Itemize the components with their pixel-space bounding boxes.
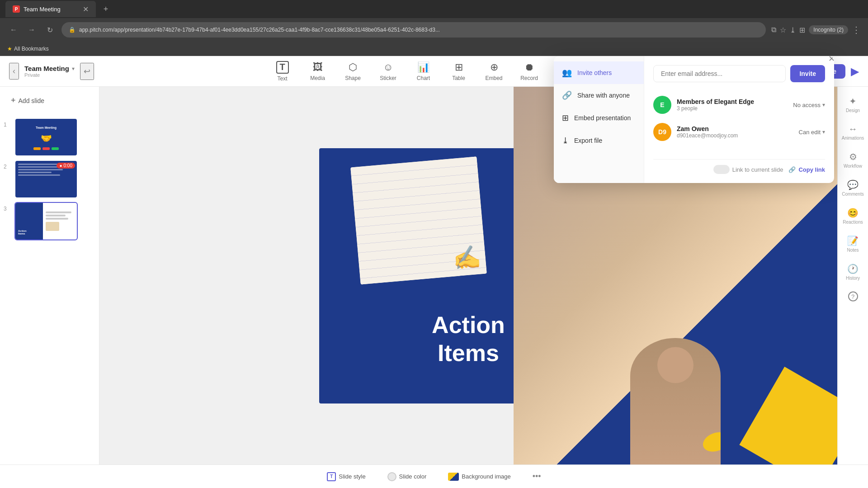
toolbar-shape[interactable]: ⬡ Shape [342,61,364,81]
member-access-elegant-edge[interactable]: No access ▾ [793,102,825,108]
hand-writing-visual: ✍️ [452,243,482,272]
address-bar[interactable]: 🔒 app.pitch.com/app/presentation/4b74b27… [61,22,766,38]
bookmarks-bar: ★ All Bookmarks [0,42,868,56]
background-image-label: Background image [462,473,510,480]
close-share-panel-button[interactable]: ✕ [825,56,834,65]
slides-sidebar: + Add slide 1 Team Meeting 🤝 [0,87,99,465]
embed-toolbar-icon: ⊕ [490,61,498,73]
slide-list: 1 Team Meeting 🤝 [0,114,99,465]
link-to-slide-toggle[interactable] [713,165,730,174]
toolbar-sticker[interactable]: ☺ Sticker [377,61,400,81]
back-button[interactable]: ‹ [9,63,19,80]
toolbar-media[interactable]: 🖼 Media [307,61,329,81]
bottom-bar: T Slide style Slide color Background ima… [0,465,868,488]
member-access-zam-owen[interactable]: Can edit ▾ [799,129,825,136]
active-tab[interactable]: P Team Meeting ✕ [5,1,96,17]
slide-style-button[interactable]: T Slide style [321,469,371,484]
sticker-toolbar-icon: ☺ [383,61,393,73]
add-slide-button[interactable]: + Add slide [5,92,94,109]
design-panel-button[interactable]: ✦ Design [838,90,868,118]
tab-close-btn[interactable]: ✕ [83,5,89,14]
invite-submit-button[interactable]: Invite [790,65,825,82]
toolbar-text[interactable]: T Text [271,61,294,82]
toolbar-record-label: Record [520,75,538,81]
browser-controls-bar: ← → ↻ 🔒 app.pitch.com/app/presentation/4… [0,18,868,42]
slide-title-line2: Items [432,339,505,367]
bookmark-icon[interactable]: ☆ [780,26,786,34]
slide-item-2[interactable]: 2 ● 0:0 [4,160,95,198]
more-options-button[interactable]: ••• [527,469,547,484]
download-icon[interactable]: ⤓ [790,26,796,34]
slide-style-icon: T [327,472,336,481]
slide-thumbnail-2[interactable]: ● 0:00 [14,160,78,198]
sidebar-icon[interactable]: ⊞ [799,26,805,34]
share-menu-embed[interactable]: ⊞ Embed presentation [554,107,644,129]
extensions-icon[interactable]: ⧉ [771,26,776,34]
notes-panel-button[interactable]: 📝 Notes [838,230,868,258]
slide-number-2: 2 [4,160,11,170]
workflow-panel-button[interactable]: ⚙ Workflow [838,146,868,174]
slide-item-3[interactable]: 3 ActionItems [4,202,95,240]
toolbar-shape-label: Shape [345,75,361,81]
play-button[interactable]: ▶ [851,65,859,78]
right-sidebar: ✦ Design ↔ Animations ⚙ Workflow 💬 Comme… [837,87,868,465]
share-menu-invite[interactable]: 👥 Invite others [554,61,644,84]
incognito-label: Incognito (2) [809,25,848,34]
toolbar-embed[interactable]: ⊕ Embed [483,61,505,81]
share-dropdown: 👥 Invite others 🔗 Share with anyone ⊞ Em… [554,56,834,183]
slide-thumbnail-1[interactable]: Team Meeting 🤝 [14,118,78,156]
member-sub-zam-owen: d901eace@moodjoy.com [677,132,793,139]
member-row-elegant-edge: E Members of Elegant Edge 3 people No ac… [653,91,825,118]
embed-menu-icon: ⊞ [562,113,569,123]
comments-panel-button[interactable]: 💬 Comments [838,174,868,202]
undo-button[interactable]: ↩ [80,63,94,80]
invite-input-row: Invite [653,65,825,82]
shape-toolbar-icon: ⬡ [349,61,357,73]
background-image-icon [448,473,459,481]
export-menu-label: Export file [574,137,602,144]
thumb1-dots [33,147,59,150]
tab-title: Team Meeting [24,6,61,13]
slide-style-label: Slide style [339,473,365,480]
slide-color-button[interactable]: Slide color [382,469,432,484]
history-panel-button[interactable]: 🕐 History [838,258,868,286]
animations-icon: ↔ [849,124,858,134]
slide-item-1[interactable]: 1 Team Meeting 🤝 [4,118,95,156]
slide-color-label: Slide color [399,473,427,480]
invite-menu-label: Invite others [577,69,612,76]
toolbar-record[interactable]: ⏺ Record [518,61,541,81]
reload-button[interactable]: ↻ [43,23,56,36]
new-tab-button[interactable]: + [99,3,112,15]
bookmark-star-icon: ★ [7,46,12,52]
help-panel-button[interactable]: ? [838,286,868,307]
history-icon: 🕐 [847,263,859,274]
yellow-accent [700,429,721,455]
browser-menu-icon[interactable]: ⋮ [852,24,861,35]
toolbar-chart[interactable]: 📊 Chart [412,61,435,81]
member-initials-zam: D9 [658,128,666,136]
background-image-button[interactable]: Background image [443,470,516,483]
back-nav-button[interactable]: ← [7,23,20,36]
slide-thumbnail-3[interactable]: ActionItems [14,202,78,240]
animations-panel-button[interactable]: ↔ Animations [838,118,868,146]
thumb1-text: Team Meeting [34,124,58,131]
share-menu-export[interactable]: ⤓ Export file [554,129,644,152]
copy-link-button[interactable]: 🔗 Copy link [788,166,825,173]
slide-title-container: Action Items [432,311,505,367]
toolbar-table[interactable]: ⊞ Table [448,61,470,81]
email-input[interactable] [653,65,786,82]
browser-tab-bar: P Team Meeting ✕ + [0,0,868,18]
slide-title-line1: Action [432,311,505,339]
forward-nav-button[interactable]: → [25,23,38,36]
bookmarks-item[interactable]: ★ All Bookmarks [7,46,49,52]
chart-toolbar-icon: 📊 [417,61,429,73]
table-toolbar-icon: ⊞ [455,61,463,73]
share-menu-anyone[interactable]: 🔗 Share with anyone [554,84,644,107]
title-dropdown-icon[interactable]: ▾ [72,66,75,72]
more-options-icon: ••• [533,472,541,481]
thumb3-left: ActionItems [15,203,43,239]
copy-link-label: Copy link [798,166,825,173]
yellow-diagonal [739,366,837,465]
tab-favicon: P [13,5,20,13]
reactions-panel-button[interactable]: 😊 Reactions [838,202,868,230]
